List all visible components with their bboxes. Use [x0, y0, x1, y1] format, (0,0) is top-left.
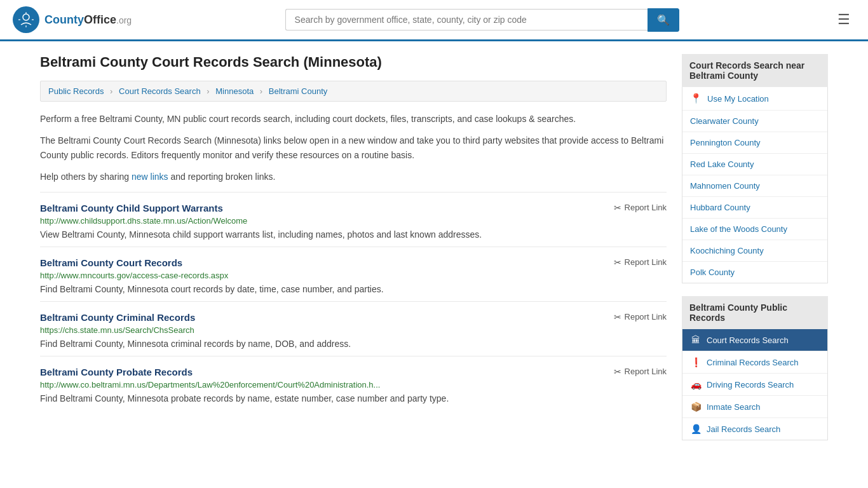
link-entry: Beltrami County Child Support Warrants ✂…: [40, 192, 667, 247]
report-link-btn[interactable]: ✂ Report Link: [614, 312, 667, 322]
nearby-county-item: Lake of the Woods County: [682, 219, 827, 240]
report-link-btn[interactable]: ✂ Report Link: [614, 367, 667, 377]
header: CountyOffice.org 🔍 ☰: [0, 0, 868, 41]
public-records-link[interactable]: Inmate Search: [707, 402, 761, 412]
page-title: Beltrami County Court Records Search (Mi…: [40, 54, 667, 71]
pr-icon: ❗: [690, 357, 702, 367]
public-records-item[interactable]: 👤 Jail Records Search: [682, 418, 827, 440]
nearby-counties-list: 📍 Use My Location Clearwater CountyPenni…: [682, 87, 828, 283]
nearby-section-title: Court Records Search near Beltrami Count…: [682, 54, 828, 87]
breadcrumb: Public Records › Court Records Search › …: [40, 81, 667, 102]
public-records-title: Beltrami County Public Records: [682, 296, 828, 329]
scissors-icon: ✂: [614, 367, 621, 377]
link-url[interactable]: https://chs.state.mn.us/Search/ChsSearch: [40, 325, 667, 335]
content-wrapper: Beltrami County Court Records Search (Mi…: [27, 41, 841, 466]
breadcrumb-sep-2: ›: [207, 86, 209, 96]
link-entry-header: Beltrami County Probate Records ✂ Report…: [40, 367, 667, 377]
nearby-county-link[interactable]: Mahnomen County: [690, 181, 760, 191]
search-input[interactable]: [285, 9, 648, 30]
menu-button[interactable]: ☰: [832, 9, 855, 30]
nearby-county-link[interactable]: Polk County: [690, 268, 735, 277]
report-link-label: Report Link: [625, 257, 667, 267]
public-records-item[interactable]: 🏛 Court Records Search: [682, 329, 827, 351]
desc3-suffix: and reporting broken links.: [168, 172, 276, 182]
report-link-label: Report Link: [625, 312, 667, 322]
hamburger-icon: ☰: [837, 11, 850, 27]
nearby-county-item: Hubbard County: [682, 197, 827, 219]
link-title[interactable]: Beltrami County Probate Records: [40, 367, 193, 377]
link-title[interactable]: Beltrami County Court Records: [40, 257, 182, 268]
link-entry-header: Beltrami County Court Records ✂ Report L…: [40, 257, 667, 268]
breadcrumb-public-records[interactable]: Public Records: [48, 86, 104, 96]
nearby-county-item: Clearwater County: [682, 111, 827, 132]
report-link-btn[interactable]: ✂ Report Link: [614, 203, 667, 213]
nearby-county-link[interactable]: Red Lake County: [690, 159, 754, 169]
nearby-county-link[interactable]: Hubbard County: [690, 203, 750, 212]
breadcrumb-court-records[interactable]: Court Records Search: [119, 86, 201, 96]
nearby-county-item: Red Lake County: [682, 154, 827, 175]
link-description: Find Beltrami County, Minnesota criminal…: [40, 337, 667, 351]
use-location-link[interactable]: Use My Location: [707, 94, 769, 104]
nearby-county-link[interactable]: Lake of the Woods County: [690, 224, 787, 234]
search-button[interactable]: 🔍: [648, 8, 679, 32]
public-records-item[interactable]: 📦 Inmate Search: [682, 396, 827, 418]
links-container: Beltrami County Child Support Warrants ✂…: [40, 192, 667, 410]
scissors-icon: ✂: [614, 312, 621, 322]
desc3-prefix: Help others by sharing: [40, 172, 132, 182]
nearby-county-link[interactable]: Koochiching County: [690, 246, 764, 255]
report-link-btn[interactable]: ✂ Report Link: [614, 257, 667, 268]
link-url[interactable]: http://www.mncourts.gov/access-case-reco…: [40, 271, 667, 280]
public-records-list: 🏛 Court Records Search ❗ Criminal Record…: [682, 329, 828, 440]
use-location-item[interactable]: 📍 Use My Location: [682, 87, 827, 111]
link-url[interactable]: http://www.childsupport.dhs.state.mn.us/…: [40, 216, 667, 226]
public-records-item[interactable]: 🚗 Driving Records Search: [682, 374, 827, 396]
location-icon: 📍: [690, 93, 702, 104]
description-3: Help others by sharing new links and rep…: [40, 170, 667, 184]
pr-icon: 🚗: [690, 379, 702, 390]
scissors-icon: ✂: [614, 257, 621, 268]
link-entry-header: Beltrami County Criminal Records ✂ Repor…: [40, 312, 667, 323]
nearby-county-item: Koochiching County: [682, 240, 827, 262]
link-entry-header: Beltrami County Child Support Warrants ✂…: [40, 203, 667, 214]
link-description: View Beltrami County, Minnesota child su…: [40, 228, 667, 241]
link-description: Find Beltrami County, Minnesota probate …: [40, 392, 667, 405]
scissors-icon: ✂: [614, 203, 621, 213]
public-records-link[interactable]: Court Records Search: [707, 336, 789, 345]
nearby-county-link[interactable]: Pennington County: [690, 138, 761, 147]
sidebar: Court Records Search near Beltrami Count…: [682, 54, 828, 453]
breadcrumb-sep-3: ›: [260, 86, 262, 96]
nearby-county-item: Polk County: [682, 262, 827, 283]
pr-icon: 📦: [690, 402, 702, 412]
pr-icon: 👤: [690, 424, 702, 434]
breadcrumb-minnesota[interactable]: Minnesota: [215, 86, 254, 96]
new-links-link[interactable]: new links: [132, 172, 168, 182]
public-records-item[interactable]: ❗ Criminal Records Search: [682, 351, 827, 374]
nearby-county-item: Mahnomen County: [682, 175, 827, 197]
breadcrumb-beltrami[interactable]: Beltrami County: [269, 86, 327, 96]
report-link-label: Report Link: [625, 367, 667, 376]
main-content: Beltrami County Court Records Search (Mi…: [40, 54, 667, 453]
description-2: The Beltrami County Court Records Search…: [40, 133, 667, 162]
description-1: Perform a free Beltrami County, MN publi…: [40, 112, 667, 126]
logo-text: CountyOffice.org: [44, 13, 132, 27]
public-records-link[interactable]: Driving Records Search: [707, 380, 794, 390]
pr-icon: 🏛: [690, 335, 702, 345]
search-area: 🔍: [285, 8, 679, 32]
link-description: Find Beltrami County, Minnesota court re…: [40, 283, 667, 296]
public-records-container: 🏛 Court Records Search ❗ Criminal Record…: [682, 329, 827, 440]
link-entry: Beltrami County Criminal Records ✂ Repor…: [40, 301, 667, 356]
nearby-county-item: Pennington County: [682, 132, 827, 154]
link-url[interactable]: http://www.co.beltrami.mn.us/Departments…: [40, 380, 667, 390]
link-title[interactable]: Beltrami County Child Support Warrants: [40, 203, 223, 214]
link-entry: Beltrami County Court Records ✂ Report L…: [40, 247, 667, 301]
link-entry: Beltrami County Probate Records ✂ Report…: [40, 356, 667, 410]
public-records-link[interactable]: Criminal Records Search: [707, 358, 799, 367]
report-link-label: Report Link: [625, 203, 667, 212]
breadcrumb-sep-1: ›: [110, 86, 112, 96]
public-records-link[interactable]: Jail Records Search: [707, 424, 780, 434]
nearby-county-link[interactable]: Clearwater County: [690, 116, 759, 126]
link-title[interactable]: Beltrami County Criminal Records: [40, 312, 195, 323]
nearby-counties-container: Clearwater CountyPennington CountyRed La…: [682, 111, 827, 283]
logo-area: CountyOffice.org: [13, 6, 132, 33]
search-icon: 🔍: [657, 15, 670, 25]
